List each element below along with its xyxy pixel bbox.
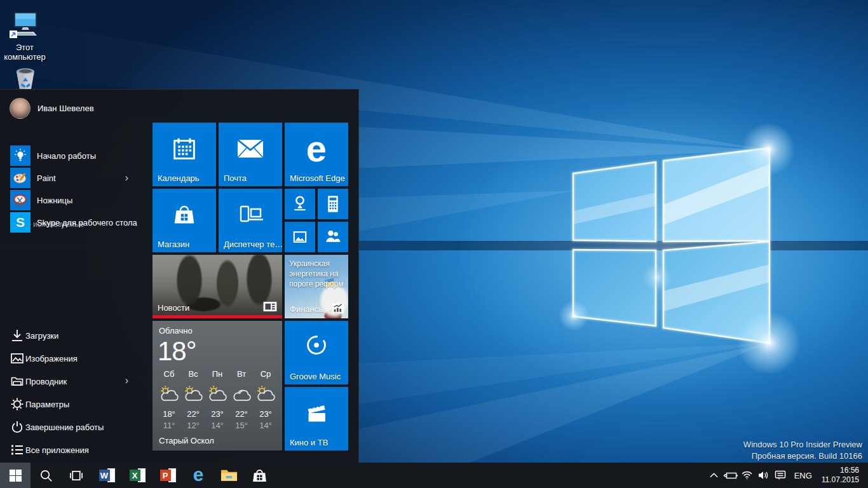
menu-item-power[interactable]: Завершение работы xyxy=(0,416,147,438)
word-button[interactable]: W xyxy=(92,463,122,488)
word-icon: W xyxy=(99,468,115,483)
movies-tv-icon xyxy=(302,398,331,428)
menu-item-paint[interactable]: Paint › xyxy=(0,167,147,189)
store-bag-icon xyxy=(170,200,199,229)
menu-item-skype[interactable]: S Skype для рабочего стола xyxy=(0,212,147,234)
file-explorer-button[interactable] xyxy=(214,463,244,488)
tray-battery[interactable] xyxy=(722,463,739,488)
task-view-button[interactable] xyxy=(61,463,92,488)
finance-chart-icon xyxy=(332,302,344,314)
tile-label: Магазин xyxy=(158,240,189,249)
tray-show-hidden-icons[interactable] xyxy=(706,463,722,488)
system-tray: ENG 16:56 11.07.2015 xyxy=(706,463,868,488)
tile-people[interactable] xyxy=(318,222,348,252)
maps-pin-icon xyxy=(289,193,311,215)
tray-volume[interactable] xyxy=(756,463,772,488)
tile-store[interactable]: Магазин xyxy=(153,189,216,252)
start-menu: Иван Шевелев Часто используемые Начало р… xyxy=(0,89,359,463)
tile-weather[interactable]: Облачно 18° Сб 18° 11° Вс 22° xyxy=(153,321,282,451)
menu-item-all-apps[interactable]: Все приложения xyxy=(0,438,147,461)
submenu-chevron-icon[interactable]: › xyxy=(125,167,128,189)
edge-icon: e xyxy=(193,465,204,484)
powerpoint-button[interactable]: P xyxy=(153,463,183,488)
partly-sunny-icon xyxy=(182,384,205,403)
menu-item-get-started[interactable]: Начало работы xyxy=(0,145,147,167)
store-icon xyxy=(252,468,268,484)
weather-condition: Облачно xyxy=(159,326,193,336)
wifi-icon xyxy=(741,471,753,480)
tile-label: Новости xyxy=(158,303,189,313)
tile-finance[interactable]: Украинская энергетика на пороге реформ Ф… xyxy=(285,255,348,318)
recycle-bin-icon xyxy=(11,67,39,90)
tile-label: Microsoft Edge xyxy=(290,173,345,183)
excel-icon: X xyxy=(130,468,146,483)
tray-network[interactable] xyxy=(739,463,756,488)
tile-phone-companion[interactable]: Диспетчер те… xyxy=(219,189,282,252)
tray-date: 11.07.2015 xyxy=(822,475,859,485)
skype-icon: S xyxy=(10,212,31,233)
menu-item-label: Ножницы xyxy=(37,189,72,211)
menu-item-label: Skype для рабочего стола xyxy=(37,212,137,233)
pictures-icon xyxy=(11,352,24,365)
tile-photos[interactable] xyxy=(285,222,315,252)
cloudy-icon xyxy=(230,384,253,403)
tile-movies-tv[interactable]: Кино и ТВ xyxy=(285,387,348,451)
desktop-icon-label: Этот компьютер xyxy=(4,43,46,62)
tile-calendar[interactable]: Календарь xyxy=(153,123,216,186)
menu-item-downloads[interactable]: Загрузки xyxy=(0,324,147,347)
tile-mail[interactable]: Почта xyxy=(219,123,282,186)
tile-label: Кино и ТВ xyxy=(290,438,328,447)
tile-label: Groove Music xyxy=(290,372,341,381)
tile-label: Календарь xyxy=(158,173,200,183)
finance-headline: Украинская энергетика на пороге реформ xyxy=(289,259,345,289)
menu-item-label: Параметры xyxy=(25,393,69,416)
menu-item-label: Начало работы xyxy=(37,145,96,166)
menu-item-label: Завершение работы xyxy=(25,416,104,438)
search-button[interactable] xyxy=(31,463,61,488)
speaker-icon xyxy=(758,471,770,480)
tray-clock[interactable]: 16:56 11.07.2015 xyxy=(818,466,863,485)
all-apps-icon xyxy=(11,444,24,456)
tile-maps[interactable] xyxy=(285,189,315,219)
tray-action-center[interactable] xyxy=(772,463,789,488)
tile-label: Финансы xyxy=(290,304,325,314)
desktop: Этот компьютер Windows 10 Pro Insider Pr… xyxy=(0,0,868,488)
store-button[interactable] xyxy=(244,463,275,488)
groove-music-icon xyxy=(302,332,331,362)
tray-language-indicator[interactable]: ENG xyxy=(789,463,818,488)
weather-location: Старый Оскол xyxy=(159,436,214,445)
tile-news[interactable]: Новости xyxy=(153,255,282,318)
edge-button[interactable]: e xyxy=(183,463,214,488)
this-pc-icon xyxy=(8,11,41,39)
menu-item-label: Paint xyxy=(37,167,56,189)
task-view-icon xyxy=(69,469,84,482)
menu-item-pictures[interactable]: Изображения xyxy=(0,347,147,370)
excel-button[interactable]: X xyxy=(122,463,153,488)
tile-label: Диспетчер те… xyxy=(224,240,282,249)
start-button[interactable] xyxy=(0,463,31,488)
watermark-line2: Пробная версия. Build 10166 xyxy=(743,451,862,462)
news-accent-bar xyxy=(153,315,282,318)
user-name: Иван Шевелев xyxy=(37,104,94,113)
menu-item-file-explorer[interactable]: Проводник › xyxy=(0,370,147,393)
weather-temperature: 18° xyxy=(158,336,196,367)
submenu-chevron-icon[interactable]: › xyxy=(125,370,128,391)
forecast-day: Ср 23° 14° xyxy=(254,369,278,430)
tile-microsoft-edge[interactable]: e Microsoft Edge xyxy=(285,123,348,186)
menu-item-snipping-tool[interactable]: Ножницы xyxy=(0,189,147,212)
tile-groove-music[interactable]: Groove Music xyxy=(285,321,348,384)
menu-item-settings[interactable]: Параметры xyxy=(0,393,147,416)
people-icon xyxy=(322,226,344,248)
user-avatar xyxy=(10,98,31,119)
forecast-day: Вт 22° 15° xyxy=(229,369,254,430)
menu-item-label: Загрузки xyxy=(25,324,58,347)
search-icon xyxy=(39,469,53,482)
chevron-up-icon xyxy=(710,473,718,478)
calendar-icon xyxy=(170,134,199,163)
insider-preview-watermark: Windows 10 Pro Insider Preview Пробная в… xyxy=(743,439,862,462)
user-account-button[interactable]: Иван Шевелев xyxy=(10,98,94,119)
desktop-icon-this-pc[interactable]: Этот компьютер xyxy=(4,11,46,62)
tile-calculator[interactable] xyxy=(318,189,348,219)
settings-gear-icon xyxy=(11,398,24,410)
forecast-day: Сб 18° 11° xyxy=(157,369,181,430)
